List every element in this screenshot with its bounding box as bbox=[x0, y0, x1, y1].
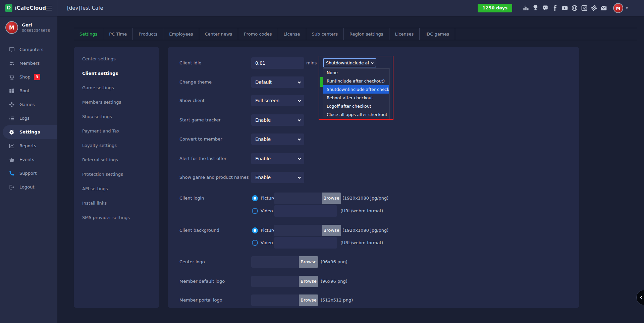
member-default-logo-browse-button[interactable]: Browse bbox=[299, 276, 318, 287]
file-caption: (1920x1080 jpg/png) bbox=[342, 193, 388, 204]
sidebar-user-avatar: M bbox=[5, 21, 18, 34]
tab-sub-centers[interactable]: Sub centers bbox=[306, 28, 344, 40]
tab-center-news[interactable]: Center news bbox=[199, 28, 238, 40]
alert-last-offer-select[interactable]: Enable bbox=[251, 153, 304, 164]
client-idle-action-highlight-box: Shutdown(include after checkout) None Ru… bbox=[319, 56, 393, 120]
sidebar-item-boot[interactable]: Boot bbox=[0, 84, 57, 98]
snav-loyalty-settings[interactable]: Loyalty settings bbox=[74, 138, 159, 153]
option-close-all-apps[interactable]: Close all apps after checkout bbox=[323, 110, 389, 119]
tab-products[interactable]: Products bbox=[133, 28, 163, 40]
member-portal-logo-file[interactable]: Browse bbox=[251, 294, 318, 306]
convert-to-member-select[interactable]: Enable bbox=[251, 133, 304, 145]
snav-game-settings[interactable]: Game settings bbox=[74, 80, 159, 95]
client-login-picture-browse-button[interactable]: Browse bbox=[322, 193, 341, 204]
snav-payment-and-tax[interactable]: Payment and Tax bbox=[74, 124, 159, 138]
option-logoff[interactable]: Logoff after checkout bbox=[323, 102, 389, 110]
field-label: Convert to member bbox=[179, 133, 222, 145]
sidebar-item-members[interactable]: Members bbox=[0, 56, 57, 70]
member-default-logo-file[interactable]: Browse bbox=[251, 276, 318, 287]
settings-sub-nav: Center settings Client settings Game set… bbox=[74, 47, 159, 308]
snav-referral-settings[interactable]: Referral settings bbox=[74, 153, 159, 167]
sidebar-item-support[interactable]: Support bbox=[0, 166, 57, 180]
user-name: Geri bbox=[22, 22, 50, 28]
chevron-left-icon: ‹ bbox=[640, 293, 643, 301]
snav-protection-settings[interactable]: Protection settings bbox=[74, 167, 159, 181]
snav-shop-settings[interactable]: Shop settings bbox=[74, 109, 159, 124]
center-logo-file[interactable]: Browse bbox=[251, 256, 318, 268]
facebook-icon[interactable] bbox=[552, 5, 558, 11]
tab-pc-time[interactable]: PC Time bbox=[103, 28, 133, 40]
license-days-badge[interactable]: 1250 days bbox=[478, 4, 512, 12]
user-phone: 008612345678 bbox=[22, 29, 50, 33]
discord-icon[interactable] bbox=[542, 5, 549, 11]
snav-api-settings[interactable]: API settings bbox=[74, 181, 159, 196]
sidebar-item-logs[interactable]: Logs bbox=[0, 111, 57, 125]
client-login-picture-radio[interactable] bbox=[252, 195, 258, 201]
snav-client-settings[interactable]: Client settings bbox=[74, 66, 159, 80]
sidebar-item-games[interactable]: Games bbox=[0, 98, 57, 111]
tab-licenses[interactable]: Licenses bbox=[389, 28, 420, 40]
snav-sms-provider-settings[interactable]: SMS provider settings bbox=[74, 210, 159, 225]
option-reboot[interactable]: Reboot after checkout bbox=[323, 94, 389, 102]
client-login-video-radio[interactable] bbox=[252, 208, 258, 214]
tab-license[interactable]: License bbox=[278, 28, 306, 40]
client-login-picture-file[interactable]: Browse bbox=[274, 193, 341, 204]
client-background-picture-row: Client background Picture Browse (1920x1… bbox=[168, 225, 579, 236]
collapse-panel-button[interactable]: ‹ bbox=[636, 290, 644, 305]
client-idle-input[interactable] bbox=[251, 57, 304, 69]
mail-icon[interactable] bbox=[600, 5, 607, 11]
snav-center-settings[interactable]: Center settings bbox=[74, 52, 159, 66]
field-label: Center logo bbox=[179, 256, 205, 268]
icafecloud-logo-icon[interactable]: i2 bbox=[5, 4, 12, 12]
sidebar-item-shop[interactable]: Shop 3 bbox=[0, 70, 57, 84]
tab-promo-codes[interactable]: Promo codes bbox=[238, 28, 278, 40]
icafe-icon[interactable] bbox=[581, 5, 588, 11]
youtube-icon[interactable] bbox=[561, 5, 568, 11]
hamburger-menu-icon[interactable] bbox=[46, 4, 52, 12]
chevron-down-icon[interactable]: ▾ bbox=[626, 6, 628, 10]
sidebar-item-events[interactable]: Events bbox=[0, 153, 57, 166]
sidebar-item-computers[interactable]: Computers bbox=[0, 43, 57, 56]
field-label: Member default logo bbox=[179, 276, 225, 287]
field-label: Show client bbox=[179, 95, 205, 106]
option-shutdown[interactable]: Shutdown(include after checkout) bbox=[323, 85, 389, 94]
globe-icon[interactable] bbox=[571, 5, 578, 11]
show-client-select[interactable]: Full screen bbox=[251, 95, 304, 106]
client-background-picture-radio[interactable] bbox=[252, 227, 258, 233]
client-background-picture-browse-button[interactable]: Browse bbox=[322, 225, 341, 236]
field-label: Client idle bbox=[179, 57, 201, 69]
center-logo-browse-button[interactable]: Browse bbox=[299, 256, 318, 268]
sidebar-item-reports[interactable]: Reports bbox=[0, 139, 57, 153]
client-background-video-url-input[interactable] bbox=[274, 237, 337, 249]
radio-label: Video bbox=[261, 205, 273, 217]
trophy-icon[interactable] bbox=[532, 5, 539, 11]
client-background-picture-file[interactable]: Browse bbox=[274, 225, 341, 236]
snav-install-links[interactable]: Install links bbox=[74, 196, 159, 210]
change-theme-select[interactable]: Default bbox=[251, 76, 304, 88]
client-login-video-url-input[interactable] bbox=[274, 205, 337, 217]
sidebar-item-logout[interactable]: Logout bbox=[0, 180, 57, 194]
layers-icon[interactable] bbox=[591, 5, 597, 11]
chart-line-icon bbox=[9, 143, 15, 149]
tab-employees[interactable]: Employees bbox=[163, 28, 199, 40]
field-label: Show game and product names bbox=[179, 172, 249, 183]
client-background-video-radio[interactable] bbox=[252, 240, 258, 246]
show-names-select[interactable]: Enable bbox=[251, 172, 304, 183]
tab-settings[interactable]: Settings bbox=[74, 28, 103, 40]
client-idle-action-select[interactable]: Shutdown(include after checkout) bbox=[323, 58, 376, 67]
tab-region-settings[interactable]: Region settings bbox=[344, 28, 389, 40]
sidebar-item-settings[interactable]: Settings bbox=[3, 125, 57, 139]
option-run[interactable]: Run(include after checkout) bbox=[323, 77, 389, 85]
client-login-picture-row: Client login Picture Browse (1920x1080 j… bbox=[168, 193, 579, 204]
member-portal-logo-browse-button[interactable]: Browse bbox=[299, 294, 318, 306]
file-caption: (512x512 png) bbox=[321, 294, 353, 306]
brand-zone: i2 iCafeCloud bbox=[0, 0, 57, 16]
user-avatar[interactable]: M bbox=[613, 3, 623, 13]
option-none[interactable]: None bbox=[323, 68, 389, 77]
ranking-icon[interactable] bbox=[523, 5, 529, 11]
start-game-tracker-select[interactable]: Enable bbox=[251, 114, 304, 126]
chevron-down-icon bbox=[298, 99, 301, 103]
snav-members-settings[interactable]: Members settings bbox=[74, 95, 159, 109]
sidebar-item-label: Reports bbox=[19, 143, 36, 148]
tab-idc-games[interactable]: IDC games bbox=[420, 28, 455, 40]
